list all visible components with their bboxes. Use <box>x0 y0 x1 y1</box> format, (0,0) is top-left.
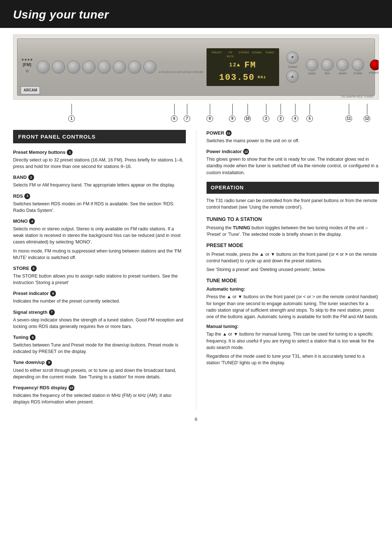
manual-tuning-desc-2: Regardless of the mode used to tune your… <box>207 353 379 366</box>
control-band: BAND 2 Selects FM or AM frequency band. … <box>13 174 186 188</box>
callout-1: 1 <box>68 104 75 122</box>
control-tune-downup-desc: Used to either scroll through presets, o… <box>13 367 186 380</box>
control-preset-memory-desc: Directly select up to 32 preset stations… <box>13 157 186 170</box>
control-mono-desc-2: In mono mode, FM muting is suppressed wh… <box>13 248 186 261</box>
control-freq-rds-desc: Indicates the frequency of the selected … <box>13 392 186 405</box>
callout-num-3: 3 <box>277 115 284 122</box>
badge-7: 7 <box>49 309 55 315</box>
tuner-model-label: T31 AM/FM RDS TUNER <box>341 95 373 99</box>
callout-9: 9 <box>229 104 236 122</box>
control-store: STORE 5 The STORE button allows you to a… <box>13 265 186 286</box>
callout-diagram: 1 6 7 8 9 10 2 3 4 5 <box>13 103 379 123</box>
control-freq-rds-title: Frequency/ RDS display 10 <box>13 385 186 391</box>
auto-tuning-title: Automatic tuning: <box>207 286 379 293</box>
preset-btn-1[interactable] <box>37 61 50 74</box>
callout-5: 5 <box>306 104 313 122</box>
rds-btn[interactable] <box>321 59 334 71</box>
preset-mode-desc: In Preset mode, press the ▲ or ▼ buttons… <box>207 251 379 264</box>
page-title: Using your tuner <box>0 0 392 28</box>
control-tuning-desc: Switches between Tune and Preset mode fo… <box>13 342 186 355</box>
control-band-desc: Selects FM or AM frequency band. The app… <box>13 182 186 188</box>
control-power-indicator: Power indicator 12 This glows green to s… <box>207 148 379 176</box>
preset-btn-8[interactable] <box>143 61 156 74</box>
manual-tuning-title: Manual tuning: <box>207 324 379 330</box>
tune-up-btn[interactable]: ▲ <box>286 70 299 83</box>
control-tuning-title: Tuning 8 <box>13 334 186 341</box>
control-power-indicator-title: Power indicator 12 <box>207 148 379 155</box>
callout-3: 3 <box>277 104 284 122</box>
control-store-title: STORE 5 <box>13 265 186 272</box>
preset-btn-4[interactable] <box>82 61 95 74</box>
badge-9: 9 <box>46 360 52 366</box>
arcam-logo: ARCAM <box>21 86 40 94</box>
store-btn[interactable] <box>352 59 364 71</box>
control-power-indicator-desc: This glows green to show that the unit i… <box>207 156 379 176</box>
display-labels: PRESET FM MUTE STEREO SIGNAL TUNED <box>212 50 274 58</box>
display-frequency: 12▲ FM 103.50 MHz <box>212 59 274 83</box>
badge-3: 3 <box>24 193 30 199</box>
callout-num-8: 8 <box>207 115 213 122</box>
control-signal-strength: Signal strength 7 A seven-step indicator… <box>13 309 186 330</box>
control-mono-desc: Selects mono or stereo output. Stereo is… <box>13 226 186 245</box>
callout-6: 6 <box>171 104 177 122</box>
callout-num-6: 6 <box>171 115 177 122</box>
front-panel-section-header: FRONT PANEL CONTROLS <box>13 130 186 143</box>
badge-6: 6 <box>50 291 56 296</box>
badge-1: 1 <box>67 149 73 155</box>
preset-btn-2[interactable] <box>52 61 65 74</box>
preset-mode-title: PRESET MODE <box>207 242 379 249</box>
tuning-to-station-title: TUNING TO A STATION <box>207 216 379 223</box>
control-mono: MONO 4 Selects mono or stereo output. St… <box>13 218 186 261</box>
control-signal-strength-desc: A seven-step indicator shows the strengt… <box>13 317 186 330</box>
callout-num-5: 5 <box>306 115 313 122</box>
preset-btn-3[interactable] <box>67 61 80 74</box>
right-buttons-group: BAND RDS MONO STORE POWER <box>306 59 379 75</box>
callout-num-7: 7 <box>184 115 190 122</box>
preset-btn-7[interactable] <box>128 61 141 74</box>
control-preset-indicator-title: Preset indicator 6 <box>13 290 186 297</box>
badge-8: 8 <box>30 335 36 340</box>
tuning-to-station-desc: Pressing the TUNING button toggles betwe… <box>207 225 379 238</box>
preset-mode-section: PRESET MODE In Preset mode, press the ▲ … <box>207 242 379 273</box>
band-btn[interactable] <box>306 59 318 71</box>
callout-num-4: 4 <box>292 115 298 122</box>
left-column: FRONT PANEL CONTROLS Preset Memory butto… <box>13 130 196 410</box>
tune-mode-section: TUNE MODE Automatic tuning: Press the ▲ … <box>207 277 379 366</box>
mono-btn[interactable] <box>336 59 349 71</box>
control-mono-title: MONO 4 <box>13 218 186 225</box>
preset-mode-desc-2: See 'Storing a preset' and 'Deleting unu… <box>207 266 379 273</box>
control-tune-downup: Tune down/up 9 Used to either scroll thr… <box>13 359 186 380</box>
control-tuning: Tuning 8 Switches between Tune and Prese… <box>13 334 186 355</box>
auto-tuning-subsection: Automatic tuning: Press the ▲ or ▼ butto… <box>207 286 379 320</box>
control-signal-strength-title: Signal strength 7 <box>13 309 186 316</box>
page-number: 6 <box>0 410 392 427</box>
tuner-diagram: [FM] 1-9 2-10 3-11 4-12 5-13 6-14 7-25 8… <box>13 34 379 100</box>
auto-tuning-desc: Press the ▲ or ▼ buttons on the front pa… <box>207 294 379 320</box>
badge-11: 11 <box>226 130 232 136</box>
callout-7: 7 <box>184 104 190 122</box>
control-power: POWER 11 Switches the mains power to the… <box>207 130 379 144</box>
callout-2: 2 <box>263 104 269 122</box>
preset-buttons-group: 1-9 2-10 3-11 4-12 5-13 6-14 7-25 8-36 <box>37 60 203 74</box>
tuner-left-panel: [FM] <box>22 59 32 75</box>
callout-num-11: 11 <box>346 115 352 122</box>
control-band-title: BAND 2 <box>13 174 186 181</box>
tune-down-btn[interactable]: ▼ <box>286 52 299 64</box>
right-column: POWER 11 Switches the mains power to the… <box>196 130 379 410</box>
tuner-dots <box>22 59 32 61</box>
operation-section-header: OPERATION <box>207 182 379 194</box>
preset-btn-6[interactable] <box>113 61 126 74</box>
callout-num-1: 1 <box>68 115 75 122</box>
callout-10: 10 <box>244 104 251 122</box>
middle-buttons-group: ▼ TUNING ▲ <box>286 52 299 83</box>
callout-8: 8 <box>207 104 213 122</box>
control-preset-memory: Preset Memory buttons 1 Directly select … <box>13 149 186 170</box>
control-power-title: POWER 11 <box>207 130 379 136</box>
power-btn[interactable] <box>370 59 379 70</box>
control-preset-memory-title: Preset Memory buttons 1 <box>13 149 186 156</box>
operation-intro: The T31 radio tuner can be controlled fr… <box>207 197 379 210</box>
callout-num-9: 9 <box>229 115 236 122</box>
preset-btn-5[interactable] <box>98 61 111 74</box>
badge-2: 2 <box>28 175 34 180</box>
tuning-to-station-section: TUNING TO A STATION Pressing the TUNING … <box>207 216 379 238</box>
